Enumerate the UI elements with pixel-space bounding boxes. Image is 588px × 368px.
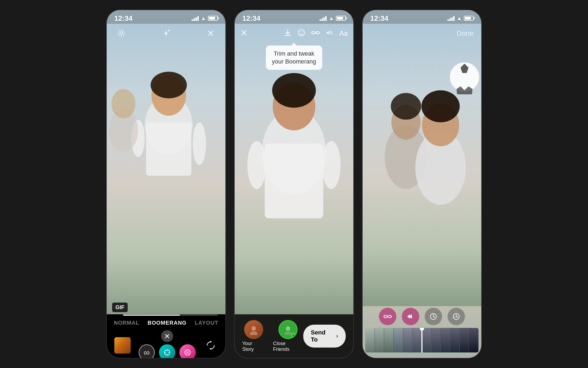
svg-point-21 (189, 354, 190, 355)
filmstrip-playhead[interactable] (421, 328, 422, 352)
share-row: Your Story ✓ Close Friends (242, 320, 346, 352)
phone1-wifi: ▲ (201, 16, 206, 21)
filmstrip-frame-6 (412, 328, 422, 352)
close-icon[interactable] (204, 26, 218, 40)
download-button[interactable] (284, 29, 292, 38)
phone2-wifi: ▲ (329, 16, 334, 21)
close-friends-option[interactable]: ✓ Close Friends (273, 320, 303, 352)
phone2-status-bar: 12:34 ▲ (235, 10, 353, 24)
infinity-button[interactable] (311, 29, 320, 37)
flash-icon[interactable] (159, 26, 173, 40)
settings-icon[interactable] (114, 26, 128, 40)
phone2-status-icons: ▲ (320, 16, 346, 21)
svg-point-40 (284, 331, 292, 335)
svg-point-2 (151, 72, 187, 98)
gif-badge[interactable]: GIF (112, 303, 128, 312)
phone3-top-bar: Done (363, 24, 481, 43)
phone3-wifi: ▲ (457, 16, 462, 21)
svg-point-37 (252, 326, 256, 331)
p3-slowmo-button[interactable] (425, 308, 442, 325)
mode-boomerang[interactable]: BOOMERANG (148, 320, 186, 326)
svg-point-20 (185, 354, 186, 355)
filmstrip-frame-12 (469, 328, 479, 352)
phone1-time: 12:34 (114, 14, 133, 23)
phone-2: 12:34 ▲ (234, 10, 354, 358)
phone2-top-bar: Aa (235, 24, 353, 43)
svg-point-28 (247, 141, 266, 189)
your-story-label: Your Story (242, 341, 265, 352)
close-friends-check: ✓ (291, 332, 297, 338)
p3-infinity-button[interactable] (379, 308, 396, 325)
phone-showcase: 12:34 ▲ (0, 0, 588, 368)
svg-point-5 (193, 122, 206, 165)
filmstrip-frame-2 (375, 328, 384, 352)
svg-point-8 (120, 32, 123, 35)
p3-rewind-button[interactable] (402, 308, 419, 325)
svg-point-17 (186, 351, 189, 354)
filmstrip-frame-11 (460, 328, 469, 352)
phone1-top-bar (107, 24, 225, 43)
phone-1: 12:34 ▲ (106, 10, 226, 358)
svg-point-7 (112, 89, 136, 119)
boomerang-tooltip: Trim and tweak your Boomerang (266, 46, 322, 70)
svg-point-26 (272, 73, 316, 108)
svg-point-34 (299, 31, 301, 32)
phone1-battery (208, 16, 218, 21)
svg-marker-22 (210, 341, 212, 342)
svg-marker-23 (210, 348, 212, 350)
text-button[interactable]: Aa (339, 29, 348, 38)
close-friends-label: Close Friends (273, 341, 303, 352)
send-to-button[interactable]: Send To › (303, 325, 346, 348)
phone1-bottom-bar: NORMAL BOOMERANG LAYOUT (107, 314, 225, 358)
svg-point-38 (250, 331, 258, 335)
audio-button[interactable] (326, 29, 334, 38)
svg-point-46 (421, 90, 460, 122)
svg-point-43 (391, 93, 421, 120)
filmstrip[interactable] (365, 328, 479, 352)
phone2-time: 12:34 (242, 14, 261, 23)
phone3-battery (464, 16, 474, 21)
progress-bar (123, 315, 218, 316)
p3-speed-button[interactable] (448, 308, 465, 325)
bottom-controls: ∞ (107, 329, 225, 358)
teal-effect-button[interactable] (159, 344, 175, 358)
phone3-time: 12:34 (370, 14, 388, 23)
filmstrip-frame-3 (384, 328, 394, 352)
cancel-capture-button[interactable] (161, 330, 173, 342)
phone1-signal (192, 16, 199, 21)
svg-marker-51 (407, 314, 410, 319)
phone-3: 12:34 ▲ Done (362, 10, 482, 358)
pink-effect-button[interactable] (179, 344, 196, 358)
gallery-thumbnail[interactable] (114, 337, 131, 354)
svg-line-54 (454, 317, 455, 318)
tooltip-text: Trim and tweak your Boomerang (272, 50, 316, 65)
done-button[interactable]: Done (457, 29, 474, 38)
infinity-effect-button[interactable]: ∞ (139, 344, 155, 358)
sticker-button[interactable] (297, 29, 305, 38)
phone2-battery (336, 16, 346, 21)
your-story-avatar (244, 320, 263, 339)
progress-bar-fill (123, 315, 180, 316)
phone2-close-button[interactable] (240, 29, 248, 38)
filmstrip-frame-7 (422, 328, 431, 352)
svg-point-29 (322, 141, 341, 189)
svg-line-10 (168, 30, 169, 31)
phone1-status-icons: ▲ (192, 16, 218, 21)
your-story-option[interactable]: Your Story (242, 320, 265, 352)
send-to-text: Send To (311, 329, 334, 343)
svg-point-35 (302, 31, 303, 32)
phone3-signal (448, 16, 455, 21)
filmstrip-frame-5 (403, 328, 413, 352)
effect-icons: ∞ (139, 344, 196, 358)
svg-point-39 (286, 326, 290, 331)
filmstrip-frame-8 (431, 328, 441, 352)
filmstrip-frame-10 (450, 328, 460, 352)
filmstrip-frame-4 (394, 328, 403, 352)
mode-normal[interactable]: NORMAL (114, 320, 139, 326)
send-to-chevron-icon: › (336, 333, 338, 340)
camera-flip-button[interactable] (204, 338, 218, 352)
phone2-bottom-bar: Your Story ✓ Close Friends (235, 314, 353, 358)
mode-layout[interactable]: LAYOUT (195, 320, 218, 326)
close-friends-avatar: ✓ (278, 320, 298, 339)
phone2-toolbar: Aa (284, 29, 348, 38)
